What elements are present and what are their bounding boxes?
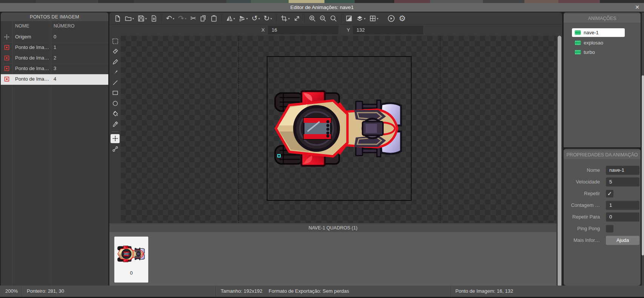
- brush-tool[interactable]: [111, 68, 120, 77]
- chevron-down-icon[interactable]: ▾: [234, 17, 235, 20]
- y-label: Y: [347, 27, 350, 33]
- play-preview-button[interactable]: [386, 14, 397, 23]
- chevron-down-icon[interactable]: ▾: [132, 17, 134, 20]
- image-point-row[interactable]: Ponto de Ima… 1: [1, 43, 108, 53]
- zoom-in-button[interactable]: [307, 14, 318, 23]
- chevron-down-icon[interactable]: ▾: [288, 17, 290, 20]
- chevron-down-icon[interactable]: ▾: [173, 17, 174, 20]
- toolbar-separator: [276, 15, 277, 22]
- toolbar-separator: [221, 15, 222, 22]
- image-point-row[interactable]: Origem 0: [1, 32, 108, 43]
- name-field[interactable]: nave-1: [606, 166, 639, 175]
- rotate-ccw-button[interactable]: ↺ ▾: [250, 14, 262, 23]
- zoom-out-button[interactable]: [318, 14, 328, 23]
- rotate-cw-icon: ↻: [264, 15, 270, 22]
- chevron-down-icon[interactable]: ▾: [258, 17, 260, 20]
- window-scrollbar[interactable]: [642, 12, 644, 286]
- mask-icon: [346, 15, 352, 22]
- x-input[interactable]: 16: [268, 26, 338, 34]
- chevron-down-icon[interactable]: ▾: [246, 17, 248, 20]
- table-column-headers: NOME NÚMERO: [1, 21, 108, 31]
- frame-guide-line: [440, 36, 440, 223]
- help-button[interactable]: Ajuda: [606, 236, 639, 245]
- zoom-icon: [330, 15, 337, 22]
- grid-icon: [369, 15, 376, 22]
- image-points-tool[interactable]: [111, 134, 120, 143]
- open-folder-button[interactable]: ▾: [123, 14, 136, 23]
- color-picker-tool[interactable]: [111, 119, 120, 128]
- rectangle-tool[interactable]: [111, 89, 120, 98]
- mask-button[interactable]: [344, 14, 354, 23]
- close-icon[interactable]: ✕: [635, 4, 639, 10]
- loop-checkbox[interactable]: ✓: [606, 190, 613, 197]
- chevron-down-icon[interactable]: ▾: [377, 17, 378, 20]
- flip-horizontal-button[interactable]: ▾: [224, 14, 237, 23]
- pingpong-label: Ping Pong: [564, 226, 600, 231]
- image-point-icon: [4, 66, 9, 71]
- repeat-to-field[interactable]: 0: [606, 212, 639, 222]
- layers-icon: [356, 15, 363, 22]
- export-format: Formato de Exportação: Sem perdas: [269, 288, 349, 294]
- frame-guide-line: [238, 36, 239, 223]
- redo-button[interactable]: ↷ ▾: [176, 14, 188, 23]
- save-button[interactable]: ▾: [136, 14, 149, 23]
- eyedropper-icon: [112, 121, 118, 127]
- animation-item-explosao[interactable]: explosao: [572, 38, 625, 47]
- copy-button[interactable]: [198, 14, 209, 23]
- frames-strip-header: NAVE-1 QUADROS (1): [109, 223, 556, 232]
- more-info-row: Mais Infor… Ajuda: [564, 235, 641, 246]
- layers-button[interactable]: ▾: [354, 14, 367, 23]
- line-tool[interactable]: [111, 78, 120, 87]
- chevron-down-icon[interactable]: ▾: [271, 17, 272, 20]
- sprite-canvas[interactable]: [121, 36, 556, 223]
- export-button[interactable]: [149, 14, 159, 23]
- rotate-cw-button[interactable]: ↻ ▾: [262, 14, 274, 23]
- skeleton-tool[interactable]: [111, 144, 120, 153]
- status-separator: [215, 286, 216, 297]
- ellipse-tool[interactable]: [111, 99, 120, 108]
- scrollbar-thumb[interactable]: [558, 36, 561, 287]
- rotate-ccw-icon: ↺: [252, 15, 258, 22]
- speed-field[interactable]: 5: [606, 177, 639, 186]
- point-position-bar: X 16 Y 132: [109, 24, 562, 35]
- title-bar[interactable]: Editor de Animações: nave1 ✕: [0, 3, 644, 12]
- zoom-reset-button[interactable]: [328, 14, 339, 23]
- chevron-down-icon[interactable]: ▾: [364, 17, 366, 20]
- sprite-editor-area: ▾ ▾ ↶ ▾ ↷ ▾: [109, 12, 562, 286]
- pencil-icon: [112, 59, 118, 65]
- repeat-to-label: Repetir Para: [564, 214, 600, 220]
- flip-vertical-button[interactable]: ▾: [237, 14, 250, 23]
- select-rectangle-tool[interactable]: [111, 37, 120, 46]
- animations-header: ANIMAÇÕES: [564, 14, 641, 23]
- new-file-icon: [114, 15, 121, 22]
- scrollbar-thumb[interactable]: [642, 75, 644, 255]
- cut-button[interactable]: ✂: [188, 14, 198, 23]
- animation-item-turbo[interactable]: turbo: [572, 48, 625, 57]
- canvas-scrollbar[interactable]: [557, 36, 562, 289]
- speed-row: Velocidade 5: [564, 176, 641, 188]
- image-point-row[interactable]: Ponto de Ima… 3: [1, 64, 108, 74]
- repeat-to-row: Repetir Para 0: [564, 211, 641, 223]
- paste-button[interactable]: [209, 14, 219, 23]
- selected-image-point-marker[interactable]: [277, 154, 281, 157]
- crop-button[interactable]: ▾: [279, 14, 292, 23]
- y-input[interactable]: 132: [353, 26, 423, 34]
- status-separator: [450, 286, 451, 297]
- animations-panel: ANIMAÇÕES nave-1 explosao: [564, 12, 641, 147]
- animation-item-nave-1[interactable]: nave-1: [572, 28, 625, 37]
- pingpong-checkbox[interactable]: [606, 225, 613, 232]
- eraser-tool[interactable]: [111, 47, 120, 56]
- fill-tool[interactable]: [111, 109, 120, 118]
- resize-button[interactable]: [292, 14, 302, 23]
- repeat-count-field[interactable]: 1: [606, 201, 639, 210]
- new-file-button[interactable]: [112, 14, 123, 23]
- chevron-down-icon[interactable]: ▾: [145, 17, 147, 20]
- cut-icon: ✂: [190, 15, 196, 22]
- image-point-row-selected[interactable]: Ponto de Ima… 4: [1, 74, 108, 85]
- grid-button[interactable]: ▾: [367, 14, 380, 23]
- undo-button[interactable]: ↶ ▾: [164, 14, 176, 23]
- image-point-row[interactable]: Ponto de Ima… 2: [1, 53, 108, 64]
- pencil-tool[interactable]: [111, 57, 120, 66]
- frame-thumbnail[interactable]: 0: [114, 237, 148, 283]
- settings-button[interactable]: ⚙: [397, 14, 408, 23]
